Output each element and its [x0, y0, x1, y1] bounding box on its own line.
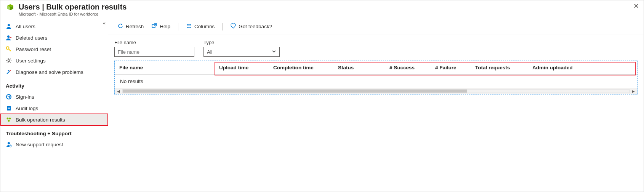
nav-deleted-users[interactable]: Deleted users	[0, 32, 108, 43]
external-link-icon	[151, 23, 157, 30]
svg-point-4	[7, 35, 10, 38]
svg-rect-10	[8, 107, 10, 107]
key-icon	[6, 46, 12, 52]
scroll-left-arrow[interactable]: ◀	[117, 89, 120, 93]
scroll-thumb[interactable]	[123, 90, 467, 93]
svg-point-7	[8, 60, 10, 62]
col-total[interactable]: Total requests	[471, 61, 528, 74]
col-failure[interactable]: # Failure	[431, 61, 471, 74]
nav-item-label: Sign-ins	[16, 94, 34, 100]
svg-point-15	[8, 142, 10, 144]
collapse-sidebar-button[interactable]: «	[103, 21, 106, 26]
refresh-icon	[117, 23, 123, 30]
nav-diagnose[interactable]: Diagnose and solve problems	[0, 66, 108, 78]
svg-text:?: ?	[10, 145, 11, 147]
col-filename[interactable]: File name	[115, 61, 215, 74]
filter-type-label: Type	[203, 40, 280, 45]
header-logo-icon	[6, 3, 15, 14]
svg-rect-11	[8, 108, 10, 109]
support-icon: ?	[6, 141, 12, 147]
sidebar: « All users Deleted users Password reset…	[0, 18, 108, 192]
nav-item-label: Deleted users	[16, 35, 47, 41]
svg-point-14	[8, 120, 10, 122]
chevron-down-icon	[272, 49, 276, 55]
col-admin[interactable]: Admin uploaded	[528, 61, 637, 74]
toolbar-separator	[178, 23, 178, 30]
columns-button[interactable]: Columns	[183, 21, 218, 32]
person-minus-icon	[6, 35, 12, 41]
filter-type: Type All	[203, 40, 280, 57]
nav-item-label: Bulk operation results	[16, 117, 65, 123]
main-content: Refresh Help Columns Got feedback	[108, 18, 644, 192]
col-uploadtime[interactable]: Upload time	[215, 61, 269, 74]
filter-filename: File name	[114, 40, 194, 57]
col-status[interactable]: Status	[333, 61, 385, 74]
nav-item-label: Password reset	[16, 46, 51, 52]
heart-icon	[230, 23, 236, 30]
section-activity: Activity	[0, 78, 108, 91]
nav-item-label: Diagnose and solve problems	[16, 69, 83, 75]
page-header: Users | Bulk operation results Microsoft…	[0, 0, 644, 18]
type-select[interactable]: All	[203, 47, 280, 57]
nav-item-label: New support request	[16, 142, 63, 147]
col-completiontime[interactable]: Completion time	[269, 61, 333, 74]
nav-bulk-results[interactable]: Bulk operation results	[0, 114, 108, 125]
refresh-button[interactable]: Refresh	[114, 21, 147, 32]
person-icon	[6, 23, 12, 29]
nav-item-label: User settings	[16, 58, 46, 64]
svg-rect-5	[10, 37, 11, 38]
type-select-value: All	[207, 49, 212, 55]
close-button[interactable]: ✕	[633, 3, 639, 10]
svg-point-12	[7, 118, 9, 120]
filter-row: File name Type All	[108, 35, 644, 61]
results-table: File name Upload time Completion time St…	[114, 61, 638, 94]
page-subtitle: Microsoft - Microsoft Entra ID for workf…	[19, 12, 127, 16]
command-bar: Refresh Help Columns Got feedback	[108, 18, 644, 35]
nav-support-request[interactable]: ? New support request	[0, 139, 108, 150]
filename-input[interactable]	[114, 47, 194, 57]
horizontal-scrollbar[interactable]: ◀ ▶	[115, 88, 637, 94]
audit-log-icon	[6, 105, 12, 111]
nav-audit-logs[interactable]: Audit logs	[0, 102, 108, 114]
nav-password-reset[interactable]: Password reset	[0, 43, 108, 55]
table-header-row: File name Upload time Completion time St…	[115, 61, 637, 75]
signin-icon	[6, 94, 12, 100]
filter-filename-label: File name	[114, 40, 194, 45]
empty-state: No results	[115, 75, 637, 88]
page-title: Users | Bulk operation results	[19, 3, 127, 11]
nav-user-settings[interactable]: User settings	[0, 55, 108, 66]
help-button[interactable]: Help	[148, 21, 173, 32]
feedback-button[interactable]: Got feedback?	[227, 21, 275, 32]
tools-icon	[6, 69, 12, 75]
col-success[interactable]: # Success	[385, 61, 431, 74]
scroll-right-arrow[interactable]: ▶	[632, 89, 635, 93]
svg-point-3	[8, 24, 10, 26]
columns-icon	[186, 23, 192, 30]
gear-icon	[6, 58, 12, 64]
svg-point-13	[9, 118, 11, 120]
scroll-track[interactable]	[122, 89, 630, 93]
nav-signins[interactable]: Sign-ins	[0, 91, 108, 102]
nav-item-label: All users	[16, 24, 35, 29]
bulk-icon	[6, 117, 12, 123]
section-support: Troubleshooting + Support	[0, 125, 108, 139]
nav-item-label: Audit logs	[16, 106, 38, 111]
toolbar-separator	[222, 23, 223, 30]
nav-all-users[interactable]: All users	[0, 21, 108, 32]
